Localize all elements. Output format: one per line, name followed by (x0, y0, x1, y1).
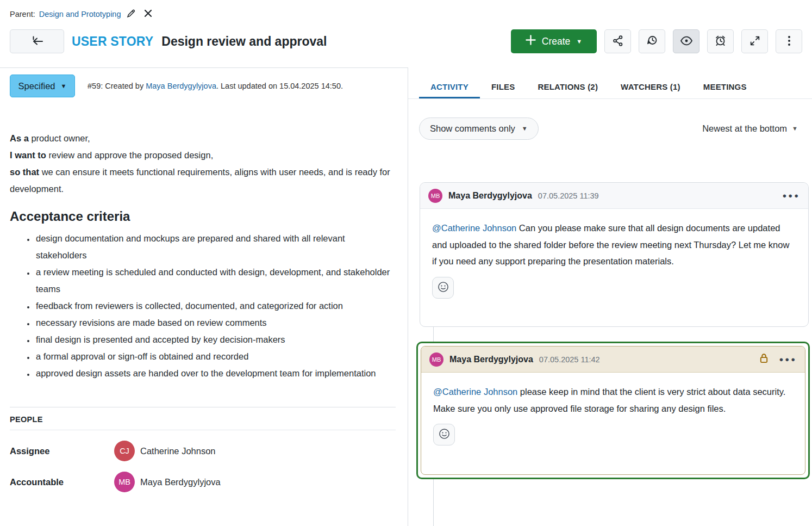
tab-relations[interactable]: RELATIONS (2) (526, 76, 609, 98)
comment-header: MB Maya Berdygylyjova 07.05.2025 11:39 ●… (420, 183, 808, 209)
parent-bar: Parent: Design and Prototyping (10, 8, 155, 21)
page-title: Design review and approval (161, 34, 327, 49)
sort-order-label: Newest at the bottom (702, 123, 787, 134)
acceptance-criteria-list: design documentation and mockups are pre… (10, 230, 391, 382)
activity-history-button[interactable] (639, 29, 665, 53)
chevron-down-icon: ▼ (61, 83, 67, 89)
status-label: Specified (18, 81, 55, 91)
details-panel: Specified ▼ #59: Created by Maya Berdygy… (0, 67, 408, 526)
plus-icon (526, 35, 536, 48)
list-item: a review meeting is scheduled and conduc… (35, 264, 391, 298)
author-link[interactable]: Maya Berdygylyjova (146, 82, 216, 90)
comment-timestamp: 07.05.2025 11:39 (538, 191, 599, 200)
user-name: Maya Berdygylyjova (140, 477, 221, 487)
tab-watchers[interactable]: WATCHERS (1) (609, 76, 692, 98)
chevron-down-icon: ▼ (576, 39, 582, 45)
comment-menu: ●●● (759, 352, 797, 366)
watch-button[interactable] (673, 29, 699, 53)
expand-icon (749, 35, 761, 48)
create-button-label: Create (542, 36, 571, 47)
fullscreen-button[interactable] (741, 29, 768, 53)
list-item: feedback from reviewers is collected, do… (35, 298, 391, 314)
list-item: necessary revisions are made based on re… (35, 314, 391, 331)
assignee-value[interactable]: CJ Catherine Johnson (114, 441, 216, 461)
tab-files[interactable]: FILES (480, 76, 527, 98)
back-arrow-icon (30, 35, 43, 48)
close-icon (144, 9, 152, 19)
comments-filter-button[interactable]: Show comments only ▼ (419, 117, 539, 140)
chevron-down-icon: ▼ (522, 126, 528, 132)
timeline-line (433, 327, 434, 342)
tabs-row: ACTIVITY FILES RELATIONS (2) WATCHERS (1… (408, 76, 812, 99)
kebab-icon (784, 35, 795, 48)
highlighted-comment-outline: MB Maya Berdygylyjova 07.05.2025 11:42 ●… (416, 342, 810, 479)
list-item: a formal approval or sign-off is obtaine… (35, 348, 391, 365)
assignee-label: Assignee (10, 446, 114, 456)
i-want-to-rest: review and approve the proposed design, (46, 150, 213, 160)
header-actions: Create ▼ (511, 29, 802, 53)
comment-author: Maya Berdygylyjova (449, 355, 533, 364)
share-icon (612, 35, 624, 48)
comment-more-button[interactable]: ●●● (782, 192, 800, 199)
tab-activity[interactable]: ACTIVITY (419, 76, 480, 98)
mention-link[interactable]: @Catherine Johnson (433, 387, 517, 397)
as-a-bold: As a (10, 133, 29, 143)
comment-menu: ●●● (782, 192, 800, 199)
lock-icon (759, 352, 769, 366)
comment-more-button[interactable]: ●●● (779, 356, 797, 363)
create-button[interactable]: Create ▼ (511, 29, 597, 53)
history-icon (646, 34, 658, 48)
pencil-icon (127, 9, 136, 20)
i-want-to-bold: I want to (10, 150, 46, 160)
description-text: As a product owner, I want to review and… (10, 130, 395, 197)
comment-card: MB Maya Berdygylyjova 07.05.2025 11:42 ●… (421, 346, 805, 475)
people-heading: PEOPLE (10, 407, 396, 430)
comment-header: MB Maya Berdygylyjova 07.05.2025 11:42 ●… (421, 346, 805, 373)
comment-card: MB Maya Berdygylyjova 07.05.2025 11:39 ●… (420, 182, 809, 327)
more-actions-button[interactable] (776, 29, 802, 53)
avatar: MB (428, 189, 442, 203)
avatar: MB (429, 352, 444, 367)
remove-parent-button[interactable] (142, 8, 155, 21)
comments-filter-label: Show comments only (430, 123, 515, 134)
activity-panel: ACTIVITY FILES RELATIONS (2) WATCHERS (1… (408, 67, 812, 526)
so-that-rest: we can ensure it meets functional requir… (10, 167, 390, 194)
reminder-button[interactable] (707, 29, 734, 53)
status-dropdown[interactable]: Specified ▼ (10, 75, 75, 97)
list-item: approved design assets are handed over t… (35, 365, 391, 382)
assignee-row: Assignee CJ Catherine Johnson (10, 441, 396, 461)
chevron-down-icon: ▼ (792, 126, 798, 132)
list-item: design documentation and mockups are pre… (35, 230, 391, 264)
share-button[interactable] (604, 29, 631, 53)
parent-link[interactable]: Design and Prototyping (39, 10, 121, 18)
as-a-rest: product owner, (29, 133, 90, 143)
work-package-type: USER STORY (72, 34, 153, 49)
accountable-row: Accountable MB Maya Berdygylyjova (10, 472, 396, 492)
sort-order-dropdown[interactable]: Newest at the bottom ▼ (702, 123, 798, 134)
meta-prefix: #59: Created by (88, 82, 146, 90)
comment-timestamp: 07.05.2025 11:42 (539, 355, 600, 364)
accountable-label: Accountable (10, 477, 114, 487)
accountable-value[interactable]: MB Maya Berdygylyjova (114, 472, 221, 492)
timeline-line (433, 479, 434, 526)
edit-parent-button[interactable] (125, 8, 138, 21)
alarm-clock-icon (714, 34, 727, 48)
list-item: final design is presented and accepted b… (35, 331, 391, 348)
mention-link[interactable]: @Catherine Johnson (432, 223, 516, 233)
so-that-bold: so that (10, 167, 39, 177)
acceptance-criteria-heading: Acceptance criteria (10, 209, 396, 224)
status-row: Specified ▼ #59: Created by Maya Berdygy… (10, 75, 396, 97)
avatar: MB (114, 472, 135, 492)
add-reaction-button[interactable] (433, 424, 455, 445)
user-name: Catherine Johnson (140, 446, 216, 456)
eye-icon (680, 34, 693, 49)
comment-body: @Catherine Johnson please keep in mind t… (421, 373, 805, 417)
avatar: CJ (114, 441, 135, 461)
meta-line: #59: Created by Maya Berdygylyjova. Last… (88, 82, 343, 90)
work-package-header: USER STORY Design review and approval Cr… (10, 29, 802, 54)
back-button[interactable] (10, 29, 64, 53)
comment-body: @Catherine Johnson Can you please make s… (420, 209, 808, 270)
add-reaction-button[interactable] (432, 277, 454, 299)
smiley-icon (438, 281, 449, 294)
tab-meetings[interactable]: MEETINGS (692, 76, 758, 98)
